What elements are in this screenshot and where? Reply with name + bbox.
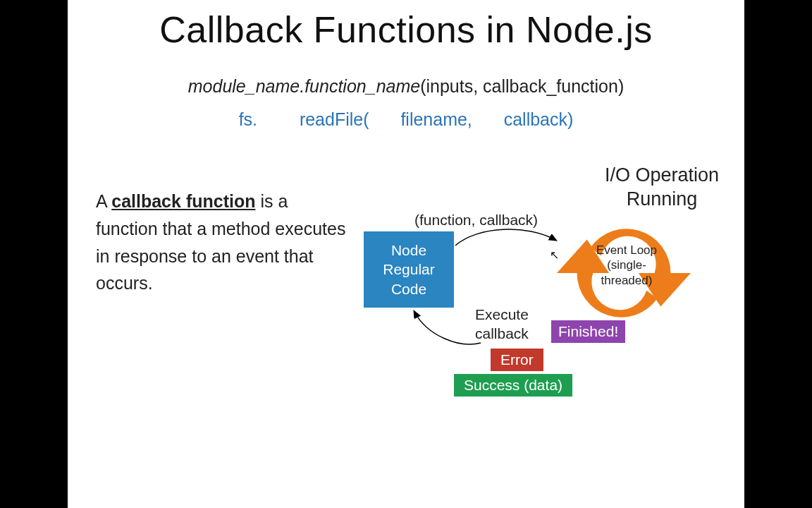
diagram: I/O Operation Running (function, callbac… (350, 164, 722, 432)
arrow-to-loop-icon (450, 223, 562, 258)
loop-label-line1: Event Loop (588, 243, 665, 258)
io-title-line1: I/O Operation (605, 164, 719, 188)
definition-paragraph: A callback function is a function that a… (96, 164, 350, 432)
exec-cb-line2: callback (475, 324, 529, 343)
definition-keyword: callback function (111, 191, 255, 211)
body: A callback function is a function that a… (68, 164, 744, 432)
slide-title: Callback Functions in Node.js (68, 8, 744, 51)
slide: Callback Functions in Node.js module_nam… (68, 0, 744, 508)
node-box-line1: Node (383, 241, 435, 260)
exec-cb-line1: Execute (475, 305, 529, 324)
io-operation-title: I/O Operation Running (605, 164, 719, 212)
example-arg2: callback) (504, 109, 574, 129)
syntax-tail: (inputs, callback_function) (420, 76, 624, 96)
definition-prefix: A (96, 191, 111, 211)
example-line: fs. readFile( filename, callback) (68, 109, 744, 130)
finished-badge: Finished! (551, 320, 625, 343)
example-module: fs. (239, 109, 257, 129)
event-loop-label: Event Loop (single- threaded) (588, 243, 665, 288)
error-badge: Error (491, 349, 543, 371)
node-box-line3: Code (383, 279, 435, 298)
syntax-module: module_name.function_name (188, 76, 420, 96)
execute-callback-label: Execute callback (475, 305, 529, 344)
example-arg1: filename, (400, 109, 472, 129)
node-regular-code-box: Node Regular Code (364, 231, 454, 308)
loop-label-line3: threaded) (588, 273, 665, 288)
loop-label-line2: (single- (588, 258, 665, 272)
syntax-line: module_name.function_name(inputs, callba… (68, 76, 744, 97)
node-box-line2: Regular (383, 260, 435, 279)
example-func: readFile( (300, 109, 369, 129)
cursor-icon: ↖ (550, 248, 559, 262)
success-badge: Success (data) (454, 374, 572, 397)
